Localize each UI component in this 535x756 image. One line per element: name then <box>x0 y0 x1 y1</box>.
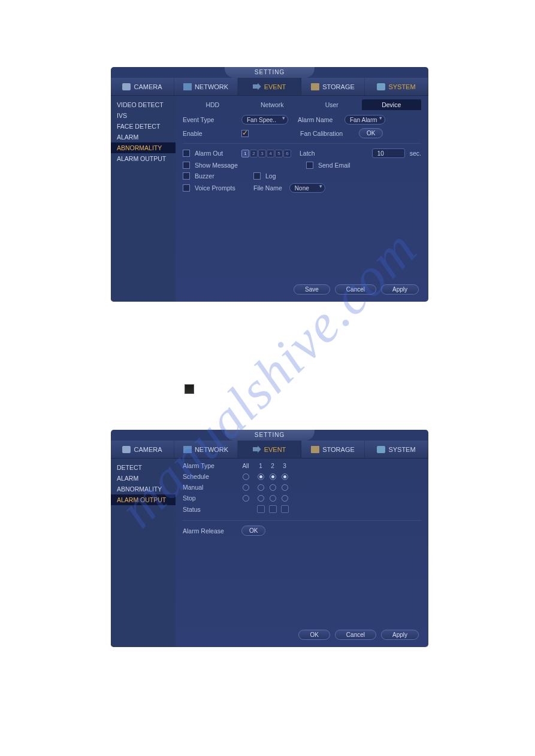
stop-2-radio[interactable] <box>270 495 276 502</box>
sidebar-item-alarm[interactable]: ALARM <box>111 132 176 142</box>
file-name-dropdown[interactable]: None <box>289 183 325 193</box>
chan-2[interactable]: 2 <box>250 150 258 157</box>
menu-system[interactable]: SYSTEM <box>365 78 428 95</box>
alarm-type-label: Alarm Type <box>183 462 237 469</box>
manual-1-radio[interactable] <box>258 484 264 491</box>
stop-label: Stop <box>183 494 237 502</box>
ok-button[interactable]: OK <box>298 630 330 640</box>
event-type-dropdown[interactable]: Fan Spee.. <box>241 115 288 125</box>
schedule-1-radio[interactable] <box>258 473 264 480</box>
voice-prompts-checkbox[interactable] <box>183 184 190 192</box>
sidebar-item-video-detect[interactable]: VIDEO DETECT <box>111 99 176 110</box>
alarm-output-grid: Alarm Type All 1 2 3 Schedule Manual St <box>183 462 421 513</box>
chan-1[interactable]: 1 <box>241 150 249 157</box>
stop-1-radio[interactable] <box>258 495 264 502</box>
alarm-release-button[interactable]: OK <box>241 526 265 536</box>
apply-button[interactable]: Apply <box>381 284 419 294</box>
content-area: HDD Network User Device Event Type Fan S… <box>176 96 428 302</box>
latch-label: Latch <box>300 150 315 157</box>
menu-event[interactable]: EVENT <box>238 78 301 95</box>
stop-all-radio[interactable] <box>243 495 249 502</box>
log-label: Log <box>265 172 276 180</box>
subtab-network[interactable]: Network <box>243 99 303 110</box>
menu-storage[interactable]: STORAGE <box>301 441 365 458</box>
window-title: SETTING <box>225 430 315 441</box>
apply-button[interactable]: Apply <box>381 630 419 640</box>
sidebar: VIDEO DETECT IVS FACE DETECT ALARM ABNOR… <box>111 96 176 302</box>
sidebar-item-alarm[interactable]: ALARM <box>111 473 176 484</box>
schedule-2-radio[interactable] <box>270 473 276 480</box>
manual-all-radio[interactable] <box>243 484 249 491</box>
alarm-out-checkbox[interactable] <box>183 150 190 157</box>
system-icon <box>377 446 385 453</box>
manual-label: Manual <box>183 484 237 491</box>
main-menubar: CAMERA NETWORK EVENT STORAGE SYSTEM <box>111 78 428 96</box>
storage-icon <box>311 446 319 453</box>
latch-input[interactable]: 10 <box>372 148 405 158</box>
sidebar-item-alarm-output[interactable]: ALARM OUTPUT <box>111 153 176 164</box>
menu-event[interactable]: EVENT <box>238 441 301 458</box>
chan-5[interactable]: 5 <box>275 150 283 157</box>
cancel-button[interactable]: Cancel <box>335 630 376 640</box>
camera-icon <box>122 83 131 90</box>
fan-calibration-button[interactable]: OK <box>359 128 383 138</box>
event-icon <box>253 83 261 90</box>
divider <box>183 520 421 521</box>
sidebar: DETECT ALARM ABNORMALITY ALARM OUTPUT <box>111 459 176 647</box>
file-name-label: File Name <box>253 184 282 192</box>
save-button[interactable]: Save <box>294 284 330 294</box>
sidebar-item-detect[interactable]: DETECT <box>111 462 176 473</box>
event-type-label: Event Type <box>183 116 237 123</box>
show-message-checkbox[interactable] <box>183 162 190 169</box>
subtab-device[interactable]: Device <box>362 99 422 110</box>
col-all: All <box>237 463 255 469</box>
status-1-box <box>257 505 265 513</box>
network-icon <box>183 446 192 453</box>
voice-prompts-label: Voice Prompts <box>195 184 249 192</box>
alarm-release-label: Alarm Release <box>183 527 237 535</box>
main-menubar: CAMERA NETWORK EVENT STORAGE SYSTEM <box>111 441 428 459</box>
schedule-3-radio[interactable] <box>282 473 288 480</box>
sidebar-item-ivs[interactable]: IVS <box>111 110 176 121</box>
col-2: 2 <box>267 463 279 469</box>
status-3-box <box>281 505 289 513</box>
subtabs: HDD Network User Device <box>183 99 421 110</box>
send-email-label: Send Email <box>318 162 350 169</box>
stop-3-radio[interactable] <box>282 495 288 502</box>
content-area: Alarm Type All 1 2 3 Schedule Manual St <box>176 459 428 647</box>
chan-4[interactable]: 4 <box>267 150 274 157</box>
send-email-checkbox[interactable] <box>306 162 313 169</box>
alarm-name-field[interactable]: Fan Alarm <box>344 115 385 125</box>
sidebar-item-abnormality[interactable]: ABNORMALITY <box>111 142 176 153</box>
menu-label: NETWORK <box>195 446 228 453</box>
enable-label: Enable <box>183 130 237 137</box>
alarm-out-channels[interactable]: 1 2 3 4 5 6 <box>241 150 291 157</box>
sidebar-item-face-detect[interactable]: FACE DETECT <box>111 121 176 132</box>
log-checkbox[interactable] <box>253 172 261 180</box>
settings-window-alarm-output: SETTING CAMERA NETWORK EVENT STORAGE SYS… <box>111 430 428 647</box>
menu-camera[interactable]: CAMERA <box>111 78 174 95</box>
subtab-hdd[interactable]: HDD <box>183 99 243 110</box>
menu-label: CAMERA <box>134 83 162 90</box>
menu-camera[interactable]: CAMERA <box>111 441 174 458</box>
status-label: Status <box>183 506 237 513</box>
menu-system[interactable]: SYSTEM <box>365 441 428 458</box>
sidebar-item-alarm-output[interactable]: ALARM OUTPUT <box>111 494 176 505</box>
buzzer-checkbox[interactable] <box>183 172 190 180</box>
fan-calibration-label: Fan Calibration <box>300 130 354 137</box>
subtab-user[interactable]: User <box>302 99 362 110</box>
chan-6[interactable]: 6 <box>283 150 291 157</box>
latch-unit: sec. <box>410 150 421 157</box>
menu-storage[interactable]: STORAGE <box>301 78 365 95</box>
chan-3[interactable]: 3 <box>258 150 266 157</box>
small-square-graphic <box>185 384 194 394</box>
menu-network[interactable]: NETWORK <box>174 441 238 458</box>
sidebar-item-abnormality[interactable]: ABNORMALITY <box>111 484 176 494</box>
manual-3-radio[interactable] <box>282 484 288 491</box>
cancel-button[interactable]: Cancel <box>335 284 376 294</box>
menu-label: EVENT <box>264 83 286 90</box>
enable-checkbox[interactable] <box>241 130 249 137</box>
manual-2-radio[interactable] <box>270 484 276 491</box>
menu-network[interactable]: NETWORK <box>174 78 238 95</box>
schedule-all-radio[interactable] <box>243 473 249 480</box>
